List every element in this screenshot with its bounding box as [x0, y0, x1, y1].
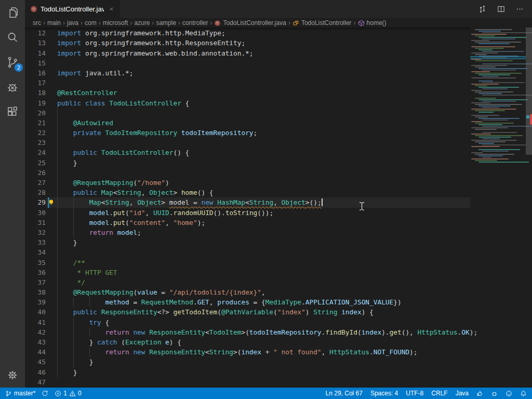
lightbulb-icon[interactable] [47, 198, 55, 206]
scrollbar-slider[interactable] [526, 28, 532, 155]
breadcrumb-item-sample[interactable]: sample [156, 19, 176, 26]
line-number[interactable]: 21 [25, 118, 46, 128]
code-line-28[interactable]: 28public Map<String, Object> home() { [25, 188, 470, 197]
code-line-26[interactable]: 26 [25, 168, 470, 178]
breadcrumb-item-src[interactable]: src [33, 19, 41, 26]
line-number[interactable]: 13 [25, 38, 46, 48]
status-feedback-smiley[interactable] [506, 390, 512, 397]
code-line-32[interactable]: 32return model; [25, 228, 470, 237]
code-line-21[interactable]: 21@Autowired [25, 118, 470, 128]
line-number[interactable]: 23 [25, 138, 46, 148]
line-number[interactable]: 37 [25, 277, 46, 287]
line-number[interactable]: 17 [25, 78, 46, 88]
code-area[interactable]: 11import org.springframework.http.HttpSt… [25, 28, 470, 387]
minimap[interactable] [470, 28, 526, 388]
code-line-18[interactable]: 18@RestController [25, 88, 470, 98]
sidebar-item-source-control[interactable]: 2 [0, 50, 25, 75]
code-line-46[interactable]: 46} [25, 367, 470, 377]
line-number[interactable]: 45 [25, 357, 46, 367]
line-number[interactable]: 46 [25, 367, 46, 377]
line-number[interactable]: 15 [25, 58, 46, 68]
code-line-40[interactable]: 40public ResponseEntity<?> getTodoItem(@… [25, 307, 470, 317]
code-line-12[interactable]: 12import org.springframework.http.MediaT… [25, 28, 470, 38]
line-number[interactable]: 33 [25, 237, 46, 247]
line-number[interactable]: 28 [25, 188, 46, 197]
code-line-20[interactable]: 20 [25, 108, 470, 118]
code-line-22[interactable]: 22private TodoItemRepository todoItemRep… [25, 128, 470, 138]
line-number[interactable]: 36 [25, 268, 46, 277]
open-changes-button[interactable] [477, 4, 487, 15]
status-java-debug[interactable] [491, 390, 498, 397]
line-number[interactable]: 30 [25, 208, 46, 218]
line-number[interactable]: 44 [25, 347, 46, 357]
status-language-mode[interactable]: Java [456, 390, 469, 397]
line-number[interactable]: 14 [25, 48, 46, 58]
code-line-36[interactable]: 36 * HTTP GET [25, 268, 470, 277]
more-actions-button[interactable] [514, 4, 525, 15]
breadcrumb-item-main[interactable]: main [47, 19, 61, 26]
line-number[interactable]: 16 [25, 68, 46, 78]
code-line-33[interactable]: 33} [25, 237, 470, 247]
status-problems[interactable]: 10 [55, 390, 81, 397]
code-line-14[interactable]: 14import org.springframework.web.bind.an… [25, 48, 470, 58]
line-number[interactable]: 47 [25, 377, 46, 387]
line-number[interactable]: 31 [25, 218, 46, 228]
line-number[interactable]: 26 [25, 168, 46, 178]
sidebar-item-run-debug[interactable] [0, 75, 25, 100]
status-indentation[interactable]: Spaces: 4 [370, 390, 398, 397]
code-line-25[interactable]: 25} [25, 158, 470, 168]
line-number[interactable]: 27 [25, 178, 46, 188]
line-number[interactable]: 32 [25, 228, 46, 237]
line-number[interactable]: 25 [25, 158, 46, 168]
status-sync[interactable] [42, 390, 48, 397]
line-number[interactable]: 12 [25, 28, 46, 38]
manage-button[interactable] [0, 363, 25, 388]
code-line-19[interactable]: 19public class TodoListController { [25, 98, 470, 108]
line-number[interactable]: 42 [25, 327, 46, 337]
status-git-branch[interactable]: master* [5, 390, 35, 397]
line-number[interactable]: 24 [25, 148, 46, 157]
status-eol[interactable]: CRLF [431, 390, 447, 397]
line-number[interactable]: 34 [25, 247, 46, 257]
code-line-45[interactable]: 45} [25, 357, 470, 367]
breadcrumb-item-microsoft[interactable]: microsoft [103, 19, 128, 26]
code-line-42[interactable]: 42return new ResponseEntity<TodoItem>(to… [25, 327, 470, 337]
line-number[interactable]: 39 [25, 297, 46, 307]
code-line-41[interactable]: 41try { [25, 317, 470, 327]
breadcrumb-item-controller[interactable]: controller [182, 19, 208, 26]
code-line-17[interactable]: 17 [25, 78, 470, 88]
code-line-43[interactable]: 43} catch (Exception e) { [25, 337, 470, 347]
code-line-37[interactable]: 37 */ [25, 277, 470, 287]
status-feedback-like[interactable] [476, 390, 483, 397]
breadcrumb-item-home-[interactable]: home() [358, 19, 387, 26]
code-line-24[interactable]: 24public TodoListController() { [25, 148, 470, 157]
editor-scrollbar[interactable] [526, 28, 532, 388]
editor[interactable]: 11import org.springframework.http.HttpSt… [25, 28, 532, 388]
line-number[interactable]: 38 [25, 287, 46, 297]
code-line-35[interactable]: 35/** [25, 258, 470, 268]
breadcrumb-item-com[interactable]: com [85, 19, 97, 26]
breadcrumb-item-java[interactable]: java [67, 19, 78, 26]
status-encoding[interactable]: UTF-8 [406, 390, 423, 397]
line-number[interactable]: 29 [25, 197, 46, 207]
code-line-15[interactable]: 15 [25, 58, 470, 68]
status-notifications[interactable] [520, 390, 527, 397]
sidebar-item-search[interactable] [0, 25, 25, 50]
line-number[interactable]: 20 [25, 108, 46, 118]
line-number[interactable]: 43 [25, 337, 46, 347]
code-line-13[interactable]: 13import org.springframework.http.Respon… [25, 38, 470, 48]
tab-todolistcontroller[interactable]: TodoListController.java [25, 0, 121, 18]
split-editor-button[interactable] [496, 4, 506, 15]
line-number[interactable]: 19 [25, 98, 46, 108]
code-line-27[interactable]: 27@RequestMapping("/home") [25, 178, 470, 188]
code-line-44[interactable]: 44return new ResponseEntity<String>(inde… [25, 347, 470, 357]
line-number[interactable]: 40 [25, 307, 46, 317]
breadcrumb-item-todolistcontroller[interactable]: TodoListController [292, 19, 352, 26]
code-line-31[interactable]: 31model.put("content", "home"); [25, 218, 470, 228]
code-line-16[interactable]: 16import java.util.*; [25, 68, 470, 78]
code-line-34[interactable]: 34 [25, 247, 470, 257]
code-line-30[interactable]: 30model.put("id", UUID.randomUUID().toSt… [25, 208, 470, 218]
line-number[interactable]: 18 [25, 88, 46, 98]
sidebar-item-explorer[interactable] [0, 0, 25, 25]
line-number[interactable]: 22 [25, 128, 46, 138]
